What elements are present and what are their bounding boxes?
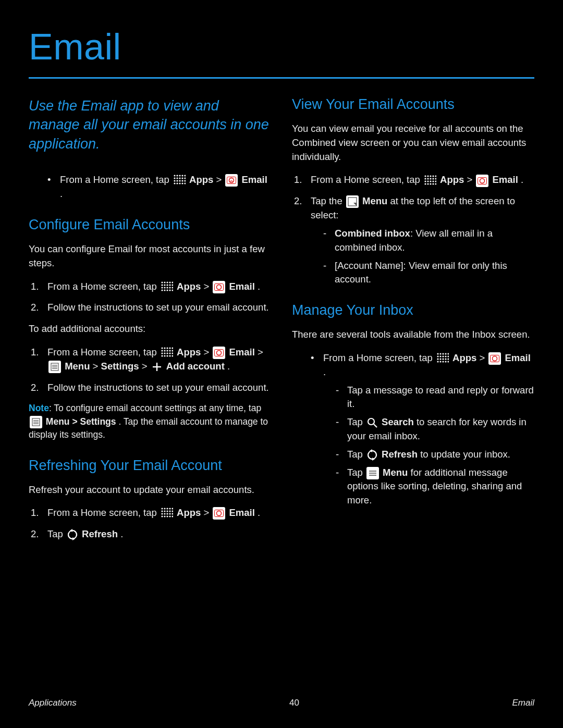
svg-point-124 xyxy=(437,353,438,354)
svg-point-102 xyxy=(430,175,431,177)
svg-point-84 xyxy=(169,511,170,512)
sub-bullet-item: [Account Name]: View email for only this… xyxy=(323,259,534,287)
svg-point-25 xyxy=(169,281,170,283)
step-item: Follow the instructions to set up your e… xyxy=(29,381,271,395)
svg-point-30 xyxy=(169,284,170,286)
svg-point-125 xyxy=(439,353,441,354)
svg-point-39 xyxy=(166,289,168,291)
svg-point-103 xyxy=(432,175,434,177)
svg-point-93 xyxy=(166,516,168,517)
svg-point-1 xyxy=(176,175,178,177)
svg-point-108 xyxy=(432,178,434,179)
svg-point-118 xyxy=(432,183,434,184)
intro-text: Use the Email app to view and manage all… xyxy=(29,96,271,153)
step-item: Tap the Menu at the top left of the scre… xyxy=(292,194,534,287)
svg-point-36 xyxy=(172,287,173,288)
svg-point-22 xyxy=(161,281,163,283)
svg-point-126 xyxy=(442,353,444,354)
svg-point-139 xyxy=(437,361,438,362)
refreshing-intro: Refresh your account to update your emai… xyxy=(29,483,271,497)
email-icon xyxy=(213,347,225,359)
apps-icon xyxy=(424,175,436,187)
content-columns: Use the Email app to view and manage all… xyxy=(29,96,534,549)
apps-icon xyxy=(173,174,186,187)
svg-point-92 xyxy=(164,516,165,517)
svg-point-52 xyxy=(169,350,170,352)
svg-point-59 xyxy=(161,355,163,357)
svg-point-33 xyxy=(164,287,165,288)
svg-point-86 xyxy=(161,513,163,515)
email-icon xyxy=(476,175,488,187)
sub-bullet-item: Tap Refresh to update your inbox. xyxy=(336,448,534,462)
menu-icon xyxy=(366,467,379,479)
svg-point-53 xyxy=(172,350,173,352)
text-fragment: > xyxy=(142,361,150,372)
sub-bullet-item: Tap a message to read and reply or forwa… xyxy=(336,384,534,412)
svg-point-115 xyxy=(424,183,426,184)
svg-point-4 xyxy=(184,175,186,177)
leadin-item: From a Home screen, tap Apps > Email . T… xyxy=(311,351,534,508)
refresh-label: Refresh xyxy=(382,449,418,460)
svg-point-16 xyxy=(176,183,178,184)
sub-bullet-item: Tap Menu for additional message options … xyxy=(336,466,534,508)
svg-point-26 xyxy=(172,281,173,283)
menu-icon xyxy=(48,361,61,373)
view-steps: From a Home screen, tap Apps > Email . T… xyxy=(292,173,534,287)
manage-leadin: From a Home screen, tap Apps > Email . T… xyxy=(292,351,534,508)
svg-point-76 xyxy=(161,508,163,510)
svg-point-140 xyxy=(439,361,441,362)
footer-right: Email xyxy=(512,698,534,708)
svg-point-116 xyxy=(427,183,429,184)
svg-point-133 xyxy=(447,355,449,357)
svg-point-112 xyxy=(430,180,431,182)
svg-point-63 xyxy=(172,355,173,357)
text-fragment: From a Home screen, tap xyxy=(311,174,423,185)
text-fragment: Tap the xyxy=(311,195,345,206)
apps-label: Apps xyxy=(177,347,201,357)
apps-label: Apps xyxy=(452,352,476,363)
svg-point-58 xyxy=(172,353,173,354)
svg-point-49 xyxy=(161,350,163,352)
step-item: From a Home screen, tap Apps > Email > M… xyxy=(29,346,271,374)
svg-point-3 xyxy=(181,175,183,177)
svg-point-34 xyxy=(166,287,168,288)
text-fragment: > xyxy=(203,281,212,292)
search-icon xyxy=(366,417,378,428)
refresh-icon xyxy=(67,529,78,540)
leadin-list: From a Home screen, tap Apps > Email . xyxy=(29,173,271,201)
svg-point-19 xyxy=(184,183,186,184)
text-fragment: From a Home screen, tap xyxy=(47,347,160,357)
svg-point-80 xyxy=(172,508,173,510)
svg-point-40 xyxy=(169,289,170,291)
footer-left: Applications xyxy=(29,698,77,708)
svg-point-61 xyxy=(166,355,168,357)
svg-point-129 xyxy=(437,355,438,357)
text-fragment: Tap xyxy=(47,528,66,539)
svg-point-57 xyxy=(169,353,170,354)
svg-point-88 xyxy=(166,513,168,515)
svg-point-12 xyxy=(179,180,180,182)
menu-dropdown-icon xyxy=(346,195,359,208)
svg-point-41 xyxy=(172,289,173,291)
svg-line-147 xyxy=(374,424,377,427)
svg-point-95 xyxy=(172,516,173,517)
svg-point-101 xyxy=(427,175,429,177)
manage-sub-bullets: Tap a message to read and reply or forwa… xyxy=(323,384,534,508)
svg-point-100 xyxy=(424,175,426,177)
text-fragment: . xyxy=(227,361,230,372)
settings-label: Settings xyxy=(101,361,139,372)
apps-icon xyxy=(161,281,173,293)
note-label: Note xyxy=(29,403,49,413)
svg-point-38 xyxy=(164,289,165,291)
text-fragment: > xyxy=(258,347,263,357)
text-fragment: > xyxy=(93,361,101,372)
svg-point-91 xyxy=(161,516,163,517)
svg-point-45 xyxy=(164,348,165,349)
menu-label: Menu xyxy=(383,467,408,478)
email-icon xyxy=(213,507,225,520)
configure-note: Note: To configure email account setting… xyxy=(29,402,271,441)
svg-point-28 xyxy=(164,284,165,286)
svg-point-50 xyxy=(164,350,165,352)
text-fragment: > xyxy=(216,174,224,185)
step-item: Follow the instructions to set up your e… xyxy=(29,301,271,315)
